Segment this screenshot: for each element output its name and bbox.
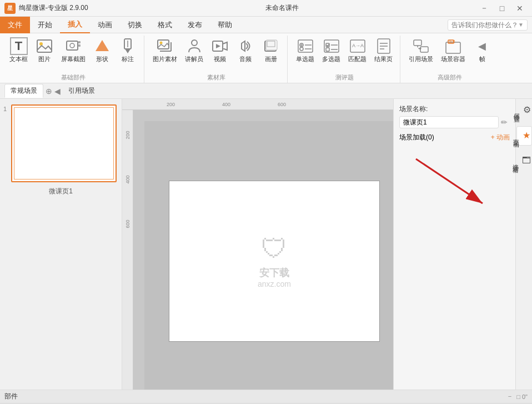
fill-blank-label: 匹配题 bbox=[348, 55, 367, 63]
scene-container-icon: 场景 bbox=[444, 37, 462, 55]
screenshot-label: 屏幕截图 bbox=[61, 55, 86, 63]
menu-bar: 文件 开始 插入 动画 切换 格式 发布 帮助 ▼ bbox=[0, 17, 532, 33]
selection-pane-tab[interactable]: 🗔 选择窗格 bbox=[516, 152, 532, 170]
close-button[interactable]: ✕ bbox=[512, 3, 528, 14]
ruler-v-600: 600 bbox=[125, 220, 131, 228]
album-button[interactable]: 画册 bbox=[259, 36, 283, 65]
maximize-button[interactable]: □ bbox=[494, 3, 510, 14]
svg-point-1 bbox=[39, 42, 43, 46]
presenter-label: 讲解员 bbox=[185, 55, 203, 63]
ref-scene-icon bbox=[412, 37, 430, 55]
svg-rect-3 bbox=[78, 41, 81, 43]
result-page-button[interactable]: 结果页 bbox=[372, 36, 395, 65]
basic-group-label: 基础部件 bbox=[61, 73, 86, 83]
svg-rect-28 bbox=[324, 40, 339, 52]
menu-transition[interactable]: 切换 bbox=[120, 17, 150, 33]
interact-anim-tab[interactable]: ★ 交互动画 bbox=[516, 126, 532, 146]
marker-label: 标注 bbox=[122, 55, 134, 63]
more-button[interactable]: ◀ 帧 bbox=[470, 36, 494, 65]
single-choice-label: 单选题 bbox=[296, 55, 314, 63]
search-input[interactable] bbox=[451, 21, 518, 29]
slide-number: 1 bbox=[3, 102, 7, 112]
svg-rect-4 bbox=[78, 44, 81, 47]
ruler-mark-600: 600 bbox=[278, 102, 286, 107]
menu-animation[interactable]: 动画 bbox=[90, 17, 120, 33]
ref-scenes-tab[interactable]: 引用场景 bbox=[63, 84, 101, 97]
add-animation-button[interactable]: + 动画 bbox=[491, 133, 510, 142]
shape-button[interactable]: 形状 bbox=[91, 36, 114, 65]
textbox-button[interactable]: T 文本框 bbox=[7, 36, 31, 65]
materials-items: 图片素材 讲解员 视频 bbox=[150, 36, 283, 72]
add-scene-icon[interactable]: ⊕ bbox=[46, 87, 52, 96]
search-box: ▼ bbox=[448, 19, 528, 31]
multi-choice-label: 多选题 bbox=[322, 55, 340, 63]
presenter-button[interactable]: 讲解员 bbox=[182, 36, 206, 65]
bottom-header: 部件 － □ 0" bbox=[0, 390, 532, 403]
marker-button[interactable]: 标注 bbox=[116, 36, 139, 65]
star-icon: ★ bbox=[523, 130, 530, 141]
advanced-items: 引用场景 场景 场景容器 ◀ 帧 bbox=[406, 36, 494, 72]
image-icon bbox=[36, 37, 53, 55]
svg-point-26 bbox=[300, 47, 303, 51]
ruler-v-400: 400 bbox=[125, 175, 131, 183]
watermark-text-bottom: anxz.com bbox=[258, 280, 291, 288]
svg-marker-8 bbox=[125, 49, 131, 53]
ribbon-group-materials: 图片素材 讲解员 视频 bbox=[145, 36, 288, 83]
menu-publish[interactable]: 发布 bbox=[180, 17, 210, 33]
red-arrow-svg bbox=[399, 148, 499, 215]
audio-button[interactable]: 音频 bbox=[234, 36, 257, 65]
ref-scene-button[interactable]: 引用场景 bbox=[406, 36, 436, 65]
minimize-button[interactable]: － bbox=[476, 3, 492, 14]
test-items: 单选题 多选题 A→A 匹配题 bbox=[293, 36, 395, 72]
scene-properties-panel: 场景名称: ✏ 场景加载(0) + 动画 bbox=[393, 99, 515, 390]
svg-point-24 bbox=[300, 44, 302, 46]
canvas-area: 200 400 600 200 400 600 🛡 安下载 anxz. bbox=[122, 99, 393, 390]
multi-choice-icon bbox=[323, 37, 340, 55]
video-icon bbox=[211, 37, 229, 55]
menu-start[interactable]: 开始 bbox=[30, 17, 60, 33]
properties-tab[interactable]: ⚙ 属性设置 bbox=[516, 101, 532, 119]
svg-marker-6 bbox=[96, 40, 109, 51]
more-icon: ◀ bbox=[473, 37, 491, 55]
regular-scenes-tab[interactable]: 常规场景 bbox=[4, 84, 43, 98]
ref-scene-label: 引用场景 bbox=[409, 55, 433, 63]
slide-name-label: 微课页1 bbox=[2, 187, 119, 196]
canvas-main: 🛡 安下载 anxz.com ◀ bbox=[144, 121, 393, 390]
scene-name-input[interactable] bbox=[399, 116, 499, 128]
fill-blank-button[interactable]: A→A 匹配题 bbox=[345, 36, 369, 65]
multi-choice-button[interactable]: 多选题 bbox=[319, 36, 343, 65]
slide-canvas[interactable]: 🛡 安下载 anxz.com bbox=[169, 181, 380, 342]
app-name: 绚星微课-专业版 2.9.00 bbox=[19, 3, 88, 13]
video-button[interactable]: 视频 bbox=[208, 36, 232, 65]
menu-insert[interactable]: 插入 bbox=[60, 17, 90, 33]
image-button[interactable]: 图片 bbox=[33, 36, 56, 65]
screenshot-icon bbox=[64, 37, 82, 55]
scene-container-button[interactable]: 场景 场景容器 bbox=[438, 36, 468, 65]
screenshot-button[interactable]: 屏幕截图 bbox=[58, 36, 88, 65]
right-sidebar-tabs: ⚙ 属性设置 ★ 交互动画 🗔 选择窗格 bbox=[515, 99, 532, 390]
nav-prev-icon[interactable]: ◀ bbox=[54, 87, 61, 96]
svg-rect-10 bbox=[158, 40, 169, 49]
svg-marker-16 bbox=[223, 42, 227, 50]
material-button[interactable]: 图片素材 bbox=[150, 36, 180, 65]
minus-icon[interactable]: － bbox=[506, 392, 513, 401]
audio-icon bbox=[237, 37, 254, 55]
edit-icon[interactable]: ✏ bbox=[499, 117, 510, 128]
bottom-section: 部件 － □ 0" 0" 1" 2" 3" 时间轴动画设计区 bbox=[0, 390, 532, 404]
app-logo: 星 bbox=[4, 3, 16, 14]
scene-load-row: 场景加载(0) + 动画 bbox=[399, 133, 510, 142]
menu-file[interactable]: 文件 bbox=[0, 17, 30, 33]
slide-thumbnail[interactable] bbox=[11, 104, 117, 182]
svg-line-46 bbox=[416, 159, 483, 203]
ribbon-group-test: 单选题 多选题 A→A 匹配题 bbox=[289, 36, 400, 83]
textbox-icon: T bbox=[10, 37, 28, 55]
slides-panel: 1 微课页1 bbox=[0, 99, 122, 390]
menu-help[interactable]: 帮助 bbox=[210, 17, 240, 33]
timer-icon: □ 0" bbox=[516, 393, 528, 400]
svg-rect-39 bbox=[414, 40, 421, 46]
titlebar-left: 星 绚星微课-专业版 2.9.00 bbox=[4, 3, 88, 14]
watermark-text-top: 安下载 bbox=[259, 266, 289, 280]
menu-format[interactable]: 格式 bbox=[150, 17, 180, 33]
single-choice-button[interactable]: 单选题 bbox=[293, 36, 317, 65]
ribbon-content: T 文本框 图片 屏幕截图 bbox=[0, 33, 532, 83]
